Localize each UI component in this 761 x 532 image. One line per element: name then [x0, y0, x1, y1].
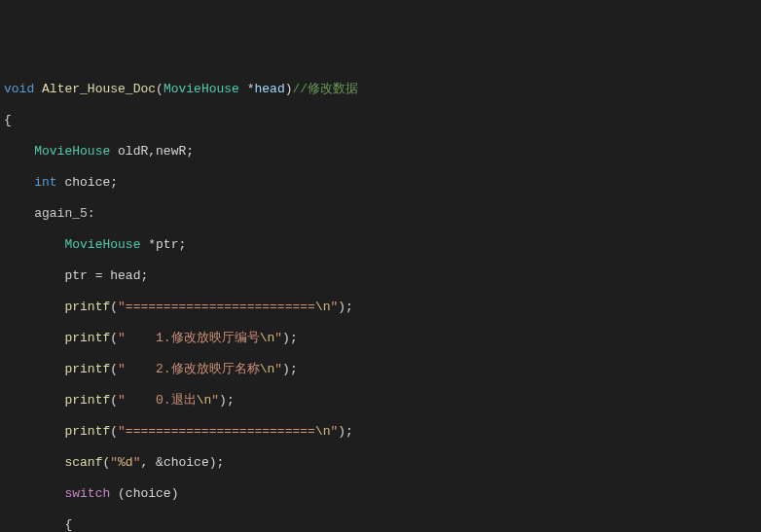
- string-literal: "=========================\n": [118, 424, 338, 439]
- code-line[interactable]: {: [4, 517, 761, 532]
- brace: {: [4, 113, 12, 127]
- function-call: printf: [64, 393, 110, 408]
- keyword-int: int: [34, 175, 56, 190]
- code-line[interactable]: MovieHouse oldR,newR;: [4, 144, 761, 160]
- code-line[interactable]: int choice;: [4, 175, 761, 191]
- paren-end: );: [338, 300, 353, 314]
- code-line[interactable]: printf(" 2.修改放映厅名称\n");: [4, 362, 761, 377]
- type-name: MovieHouse: [34, 144, 110, 159]
- code-line[interactable]: printf("=========================\n");: [4, 424, 761, 440]
- operator: *: [148, 237, 156, 252]
- function-call: printf: [64, 300, 110, 314]
- code-line[interactable]: printf(" 0.退出\n");: [4, 393, 761, 408]
- operator: *: [247, 82, 255, 96]
- code-line[interactable]: scanf("%d", &choice);: [4, 455, 761, 471]
- paren-end: );: [219, 393, 235, 408]
- function-call: printf: [64, 362, 110, 376]
- parameter: head: [255, 82, 285, 96]
- code-line[interactable]: ptr = head;: [4, 268, 761, 284]
- code-line[interactable]: {: [4, 113, 761, 128]
- code-line[interactable]: switch (choice): [4, 486, 761, 502]
- statement: ptr = head;: [64, 268, 148, 283]
- variables: choice;: [64, 175, 118, 190]
- label: again_5:: [34, 206, 94, 221]
- variable: ptr;: [156, 237, 186, 252]
- brace: {: [64, 517, 72, 532]
- paren-end: );: [338, 424, 353, 439]
- function-call: printf: [64, 331, 110, 345]
- keyword-switch: switch: [64, 486, 110, 501]
- code-editor[interactable]: void Alter_House_Doc(MovieHouse *head)//…: [4, 66, 761, 532]
- type-name: MovieHouse: [163, 82, 239, 96]
- expression: (choice): [118, 486, 178, 501]
- code-line[interactable]: printf("=========================\n");: [4, 300, 761, 315]
- code-line[interactable]: void Alter_House_Doc(MovieHouse *head)//…: [4, 82, 761, 97]
- string-literal: " 2.修改放映厅名称\n": [118, 362, 282, 376]
- type-name: MovieHouse: [64, 237, 140, 252]
- string-literal: "%d": [110, 455, 140, 470]
- string-literal: " 0.退出\n": [118, 393, 219, 408]
- paren-end: );: [282, 362, 298, 376]
- string-literal: " 1.修改放映厅编号\n": [118, 331, 282, 345]
- keyword-void: void: [4, 82, 34, 96]
- string-literal: "=========================\n": [118, 300, 338, 314]
- args: , &choice);: [140, 455, 224, 470]
- function-call: scanf: [64, 455, 102, 470]
- function-call: printf: [64, 424, 110, 439]
- code-line[interactable]: again_5:: [4, 206, 761, 222]
- paren-end: );: [282, 331, 298, 345]
- comment: //修改数据: [293, 82, 359, 96]
- function-name: Alter_House_Doc: [42, 82, 156, 96]
- code-line[interactable]: printf(" 1.修改放映厅编号\n");: [4, 331, 761, 346]
- variables: oldR,newR;: [118, 144, 194, 159]
- code-line[interactable]: MovieHouse *ptr;: [4, 237, 761, 253]
